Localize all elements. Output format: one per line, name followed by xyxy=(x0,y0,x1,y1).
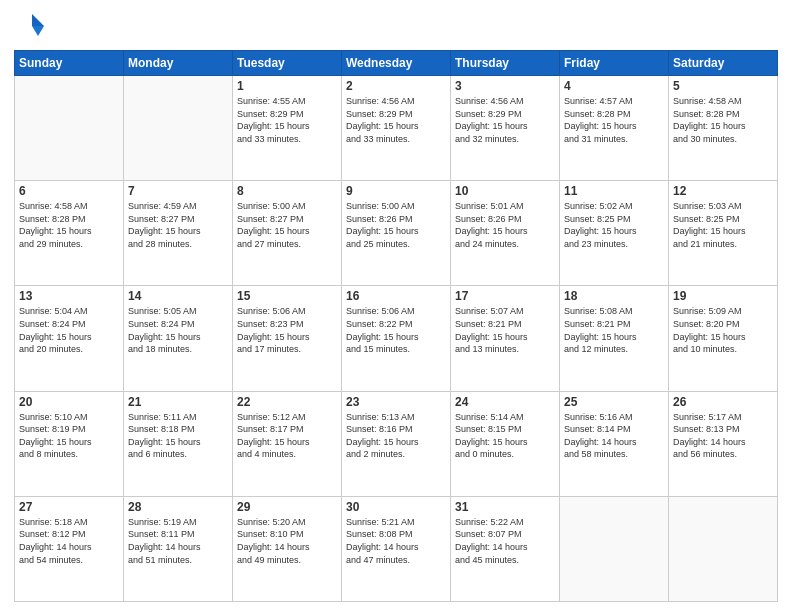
calendar-cell: 19Sunrise: 5:09 AM Sunset: 8:20 PM Dayli… xyxy=(669,286,778,391)
day-info: Sunrise: 4:59 AM Sunset: 8:27 PM Dayligh… xyxy=(128,200,228,250)
day-info: Sunrise: 5:00 AM Sunset: 8:27 PM Dayligh… xyxy=(237,200,337,250)
calendar-cell: 18Sunrise: 5:08 AM Sunset: 8:21 PM Dayli… xyxy=(560,286,669,391)
day-number: 15 xyxy=(237,289,337,303)
day-info: Sunrise: 4:58 AM Sunset: 8:28 PM Dayligh… xyxy=(19,200,119,250)
day-number: 9 xyxy=(346,184,446,198)
day-number: 28 xyxy=(128,500,228,514)
day-info: Sunrise: 4:56 AM Sunset: 8:29 PM Dayligh… xyxy=(346,95,446,145)
calendar-cell: 14Sunrise: 5:05 AM Sunset: 8:24 PM Dayli… xyxy=(124,286,233,391)
calendar-cell: 26Sunrise: 5:17 AM Sunset: 8:13 PM Dayli… xyxy=(669,391,778,496)
day-number: 29 xyxy=(237,500,337,514)
day-number: 4 xyxy=(564,79,664,93)
calendar-cell: 31Sunrise: 5:22 AM Sunset: 8:07 PM Dayli… xyxy=(451,496,560,601)
svg-marker-1 xyxy=(32,26,44,36)
calendar-cell xyxy=(560,496,669,601)
day-info: Sunrise: 5:21 AM Sunset: 8:08 PM Dayligh… xyxy=(346,516,446,566)
calendar-cell: 1Sunrise: 4:55 AM Sunset: 8:29 PM Daylig… xyxy=(233,76,342,181)
logo xyxy=(14,10,50,42)
day-number: 26 xyxy=(673,395,773,409)
day-number: 7 xyxy=(128,184,228,198)
calendar-cell: 15Sunrise: 5:06 AM Sunset: 8:23 PM Dayli… xyxy=(233,286,342,391)
day-info: Sunrise: 5:08 AM Sunset: 8:21 PM Dayligh… xyxy=(564,305,664,355)
calendar-table: SundayMondayTuesdayWednesdayThursdayFrid… xyxy=(14,50,778,602)
day-info: Sunrise: 5:05 AM Sunset: 8:24 PM Dayligh… xyxy=(128,305,228,355)
calendar-week-3: 13Sunrise: 5:04 AM Sunset: 8:24 PM Dayli… xyxy=(15,286,778,391)
day-number: 16 xyxy=(346,289,446,303)
day-info: Sunrise: 5:09 AM Sunset: 8:20 PM Dayligh… xyxy=(673,305,773,355)
calendar-cell xyxy=(669,496,778,601)
day-number: 3 xyxy=(455,79,555,93)
day-info: Sunrise: 5:07 AM Sunset: 8:21 PM Dayligh… xyxy=(455,305,555,355)
calendar-cell: 22Sunrise: 5:12 AM Sunset: 8:17 PM Dayli… xyxy=(233,391,342,496)
weekday-header-thursday: Thursday xyxy=(451,51,560,76)
logo-icon xyxy=(14,10,46,42)
calendar-cell: 12Sunrise: 5:03 AM Sunset: 8:25 PM Dayli… xyxy=(669,181,778,286)
calendar-cell: 28Sunrise: 5:19 AM Sunset: 8:11 PM Dayli… xyxy=(124,496,233,601)
day-info: Sunrise: 5:11 AM Sunset: 8:18 PM Dayligh… xyxy=(128,411,228,461)
day-number: 1 xyxy=(237,79,337,93)
calendar-cell: 27Sunrise: 5:18 AM Sunset: 8:12 PM Dayli… xyxy=(15,496,124,601)
day-info: Sunrise: 5:18 AM Sunset: 8:12 PM Dayligh… xyxy=(19,516,119,566)
calendar-cell: 24Sunrise: 5:14 AM Sunset: 8:15 PM Dayli… xyxy=(451,391,560,496)
day-info: Sunrise: 5:16 AM Sunset: 8:14 PM Dayligh… xyxy=(564,411,664,461)
calendar-week-2: 6Sunrise: 4:58 AM Sunset: 8:28 PM Daylig… xyxy=(15,181,778,286)
day-number: 19 xyxy=(673,289,773,303)
day-info: Sunrise: 4:55 AM Sunset: 8:29 PM Dayligh… xyxy=(237,95,337,145)
calendar-cell: 30Sunrise: 5:21 AM Sunset: 8:08 PM Dayli… xyxy=(342,496,451,601)
day-info: Sunrise: 4:57 AM Sunset: 8:28 PM Dayligh… xyxy=(564,95,664,145)
day-number: 5 xyxy=(673,79,773,93)
weekday-header-sunday: Sunday xyxy=(15,51,124,76)
day-info: Sunrise: 5:22 AM Sunset: 8:07 PM Dayligh… xyxy=(455,516,555,566)
day-number: 12 xyxy=(673,184,773,198)
day-number: 20 xyxy=(19,395,119,409)
calendar-cell: 11Sunrise: 5:02 AM Sunset: 8:25 PM Dayli… xyxy=(560,181,669,286)
calendar-cell: 8Sunrise: 5:00 AM Sunset: 8:27 PM Daylig… xyxy=(233,181,342,286)
day-number: 24 xyxy=(455,395,555,409)
calendar-cell: 21Sunrise: 5:11 AM Sunset: 8:18 PM Dayli… xyxy=(124,391,233,496)
calendar-cell: 6Sunrise: 4:58 AM Sunset: 8:28 PM Daylig… xyxy=(15,181,124,286)
calendar-cell: 4Sunrise: 4:57 AM Sunset: 8:28 PM Daylig… xyxy=(560,76,669,181)
weekday-header-monday: Monday xyxy=(124,51,233,76)
day-info: Sunrise: 5:02 AM Sunset: 8:25 PM Dayligh… xyxy=(564,200,664,250)
day-number: 11 xyxy=(564,184,664,198)
day-info: Sunrise: 5:06 AM Sunset: 8:22 PM Dayligh… xyxy=(346,305,446,355)
day-number: 25 xyxy=(564,395,664,409)
calendar-cell: 7Sunrise: 4:59 AM Sunset: 8:27 PM Daylig… xyxy=(124,181,233,286)
day-info: Sunrise: 5:12 AM Sunset: 8:17 PM Dayligh… xyxy=(237,411,337,461)
calendar-cell: 2Sunrise: 4:56 AM Sunset: 8:29 PM Daylig… xyxy=(342,76,451,181)
day-info: Sunrise: 5:19 AM Sunset: 8:11 PM Dayligh… xyxy=(128,516,228,566)
calendar-cell: 9Sunrise: 5:00 AM Sunset: 8:26 PM Daylig… xyxy=(342,181,451,286)
day-info: Sunrise: 4:56 AM Sunset: 8:29 PM Dayligh… xyxy=(455,95,555,145)
day-number: 2 xyxy=(346,79,446,93)
day-info: Sunrise: 5:13 AM Sunset: 8:16 PM Dayligh… xyxy=(346,411,446,461)
day-info: Sunrise: 5:03 AM Sunset: 8:25 PM Dayligh… xyxy=(673,200,773,250)
day-info: Sunrise: 5:17 AM Sunset: 8:13 PM Dayligh… xyxy=(673,411,773,461)
day-number: 30 xyxy=(346,500,446,514)
day-info: Sunrise: 5:01 AM Sunset: 8:26 PM Dayligh… xyxy=(455,200,555,250)
day-number: 8 xyxy=(237,184,337,198)
calendar-week-1: 1Sunrise: 4:55 AM Sunset: 8:29 PM Daylig… xyxy=(15,76,778,181)
calendar-cell: 29Sunrise: 5:20 AM Sunset: 8:10 PM Dayli… xyxy=(233,496,342,601)
weekday-header-friday: Friday xyxy=(560,51,669,76)
day-info: Sunrise: 5:10 AM Sunset: 8:19 PM Dayligh… xyxy=(19,411,119,461)
calendar-cell: 17Sunrise: 5:07 AM Sunset: 8:21 PM Dayli… xyxy=(451,286,560,391)
weekday-header-tuesday: Tuesday xyxy=(233,51,342,76)
day-number: 18 xyxy=(564,289,664,303)
weekday-header-wednesday: Wednesday xyxy=(342,51,451,76)
calendar-week-5: 27Sunrise: 5:18 AM Sunset: 8:12 PM Dayli… xyxy=(15,496,778,601)
calendar-cell: 25Sunrise: 5:16 AM Sunset: 8:14 PM Dayli… xyxy=(560,391,669,496)
day-number: 13 xyxy=(19,289,119,303)
day-number: 22 xyxy=(237,395,337,409)
calendar-cell: 3Sunrise: 4:56 AM Sunset: 8:29 PM Daylig… xyxy=(451,76,560,181)
calendar-cell: 13Sunrise: 5:04 AM Sunset: 8:24 PM Dayli… xyxy=(15,286,124,391)
day-info: Sunrise: 5:06 AM Sunset: 8:23 PM Dayligh… xyxy=(237,305,337,355)
day-info: Sunrise: 5:00 AM Sunset: 8:26 PM Dayligh… xyxy=(346,200,446,250)
calendar-cell: 5Sunrise: 4:58 AM Sunset: 8:28 PM Daylig… xyxy=(669,76,778,181)
calendar-cell xyxy=(124,76,233,181)
calendar-cell xyxy=(15,76,124,181)
day-info: Sunrise: 5:14 AM Sunset: 8:15 PM Dayligh… xyxy=(455,411,555,461)
day-number: 10 xyxy=(455,184,555,198)
weekday-header-saturday: Saturday xyxy=(669,51,778,76)
calendar-cell: 16Sunrise: 5:06 AM Sunset: 8:22 PM Dayli… xyxy=(342,286,451,391)
day-number: 17 xyxy=(455,289,555,303)
